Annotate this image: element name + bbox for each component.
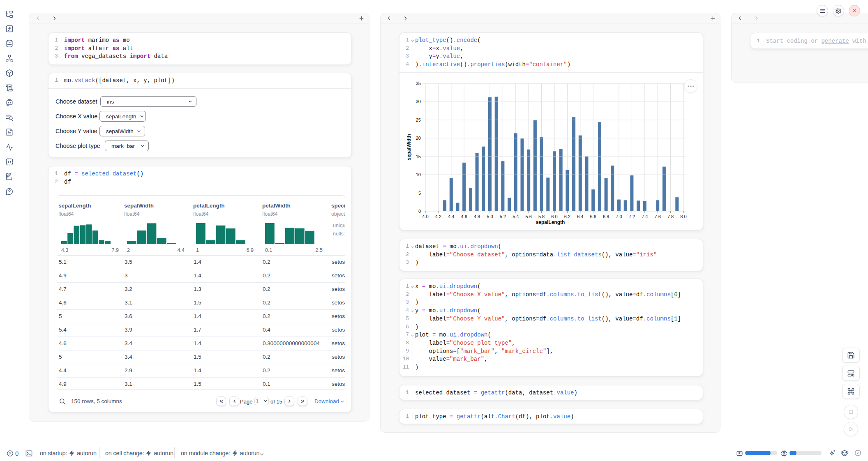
svg-text:4.2: 4.2 <box>435 214 441 219</box>
svg-text:5.2: 5.2 <box>500 214 506 219</box>
svg-text:20: 20 <box>416 136 421 141</box>
svg-text:6.6: 6.6 <box>590 214 596 219</box>
svg-text:7.2: 7.2 <box>629 214 635 219</box>
svg-text:7.6: 7.6 <box>655 214 661 219</box>
svg-text:5.8: 5.8 <box>538 214 545 219</box>
svg-text:4.6: 4.6 <box>461 214 467 219</box>
svg-text:6.8: 6.8 <box>603 214 609 219</box>
svg-text:sepalLength: sepalLength <box>536 219 565 225</box>
svg-text:4.4: 4.4 <box>448 214 454 219</box>
svg-text:7.0: 7.0 <box>616 214 622 219</box>
svg-text:35: 35 <box>416 81 421 86</box>
svg-text:7.4: 7.4 <box>642 214 648 219</box>
svg-text:5.0: 5.0 <box>487 214 493 219</box>
svg-text:sepalWidth: sepalWidth <box>406 134 412 160</box>
svg-text:15: 15 <box>416 154 421 159</box>
svg-text:25: 25 <box>416 118 421 122</box>
svg-text:6.4: 6.4 <box>577 214 583 219</box>
svg-text:0: 0 <box>418 209 421 214</box>
svg-text:5: 5 <box>418 191 421 196</box>
svg-text:5.4: 5.4 <box>512 214 519 219</box>
svg-text:6.2: 6.2 <box>564 214 570 219</box>
svg-text:4.0: 4.0 <box>422 214 428 219</box>
svg-text:5.6: 5.6 <box>526 214 532 219</box>
svg-text:4.8: 4.8 <box>474 214 480 219</box>
svg-text:7.8: 7.8 <box>667 214 674 219</box>
svg-text:30: 30 <box>416 99 421 104</box>
svg-text:6.0: 6.0 <box>551 214 557 219</box>
svg-text:10: 10 <box>416 172 421 177</box>
svg-text:8.0: 8.0 <box>680 214 686 219</box>
